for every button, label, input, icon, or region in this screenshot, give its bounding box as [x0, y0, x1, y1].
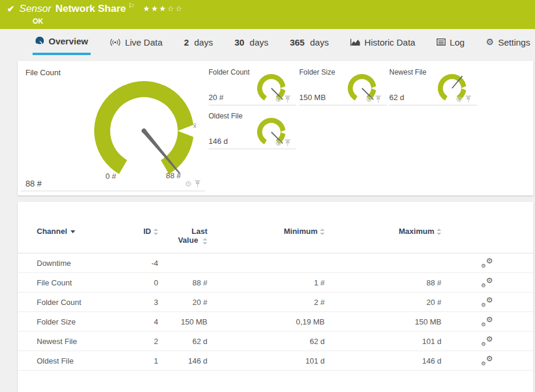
- pin-icon[interactable]: [194, 180, 201, 188]
- status-check-icon: ✔: [7, 4, 15, 14]
- object-kind-label: Sensor: [20, 3, 52, 15]
- column-header-channel[interactable]: Channel: [37, 227, 140, 253]
- sort-desc-icon: [71, 230, 75, 233]
- gauge-title: Folder Size: [299, 68, 335, 76]
- column-header-minimum[interactable]: Minimum: [207, 227, 325, 253]
- minimum-value: 2 #: [207, 298, 325, 307]
- gauge-title: Newest File: [389, 68, 427, 76]
- gauge-actions: ⚙: [366, 95, 382, 103]
- channel-settings-icon[interactable]: ⚙⚙: [482, 317, 493, 326]
- pin-icon[interactable]: [284, 139, 291, 147]
- pin-icon[interactable]: [465, 95, 472, 103]
- maximum-value: 88 #: [325, 278, 441, 287]
- stars-filled[interactable]: ★★★: [143, 4, 167, 13]
- primary-gauge-actions: ⚙: [185, 180, 201, 188]
- page-title: Network Share: [55, 3, 126, 15]
- channel-id: 0: [140, 278, 158, 287]
- average-marker: x̄: [193, 122, 197, 129]
- gauge-cell-folder-size: Folder Size 150 MB ⚙: [299, 65, 387, 105]
- live-data-icon: [110, 38, 121, 46]
- table-row-oldest-file: Oldest File 1 146 d 101 d 146 d ⚙⚙: [18, 351, 533, 371]
- status-badge: OK: [33, 17, 43, 25]
- primary-gauge-max-label: 88 #: [166, 171, 181, 180]
- tab-label: days: [194, 37, 213, 47]
- channel-settings-icon[interactable]: ⚙⚙: [482, 278, 493, 287]
- pin-icon[interactable]: [284, 95, 291, 103]
- minimum-value: 0,19 MB: [207, 317, 325, 326]
- gauge-actions: ⚙: [275, 95, 291, 103]
- tab-bar: Overview Live Data 2 days 30 days 365 da…: [33, 29, 535, 59]
- sort-icon: [437, 229, 441, 235]
- channel-name[interactable]: Newest File: [37, 337, 140, 346]
- gauge-cell-newest-file: Newest File 62 d ⚙: [389, 65, 477, 105]
- last-value: 146 d: [158, 356, 207, 365]
- channel-id: 1: [140, 356, 158, 365]
- last-value: 150 MB: [158, 317, 207, 326]
- cell-divider: [21, 191, 206, 191]
- channel-table-panel: Channel ID Last Value Minimum Maximum Do…: [18, 202, 533, 392]
- channel-settings-icon[interactable]: ⚙⚙: [482, 356, 493, 365]
- tab-365-days[interactable]: 365 days: [287, 29, 331, 55]
- table-row-downtime: Downtime -4 ⚙⚙: [18, 253, 533, 273]
- tab-overview[interactable]: Overview: [33, 29, 91, 55]
- channel-settings-icon[interactable]: ⚙⚙: [482, 336, 493, 346]
- maximum-value: 101 d: [325, 337, 441, 346]
- sort-icon: [203, 238, 207, 245]
- flag-icon[interactable]: ⚐: [129, 2, 135, 10]
- gear-icon[interactable]: ⚙: [275, 95, 282, 103]
- channel-id: 2: [140, 337, 158, 346]
- last-value: 88 #: [158, 278, 207, 287]
- tab-log[interactable]: Log: [434, 29, 467, 55]
- log-icon: [437, 38, 446, 46]
- stars-empty[interactable]: ☆☆: [167, 4, 183, 13]
- tab-2-days[interactable]: 2 days: [181, 29, 215, 55]
- tab-live-data[interactable]: Live Data: [107, 29, 165, 55]
- pin-icon[interactable]: [375, 95, 382, 103]
- channel-settings-icon[interactable]: ⚙⚙: [482, 258, 493, 268]
- tab-label: Historic Data: [364, 37, 415, 47]
- primary-gauge[interactable]: [83, 72, 207, 185]
- tab-historic-data[interactable]: Historic Data: [348, 29, 418, 55]
- maximum-value: 20 #: [325, 298, 441, 307]
- channel-name[interactable]: Folder Size: [37, 317, 140, 326]
- last-value: 62 d: [158, 337, 207, 346]
- minimum-value: 1 #: [207, 278, 325, 287]
- channel-name[interactable]: Oldest File: [37, 356, 140, 365]
- tab-30-days[interactable]: 30 days: [232, 29, 271, 55]
- tab-number: 30: [235, 37, 245, 47]
- channel-name[interactable]: File Count: [37, 278, 140, 287]
- sort-icon: [320, 229, 325, 235]
- tab-label: days: [249, 37, 268, 47]
- gear-icon[interactable]: ⚙: [366, 95, 373, 103]
- gear-icon[interactable]: ⚙: [456, 95, 463, 103]
- maximum-value: 146 d: [325, 356, 441, 365]
- sort-icon: [153, 229, 158, 235]
- gauges-panel: File Count x̄ 0 # 88 # 88 # ⚙ Folder Cou…: [18, 61, 533, 195]
- column-header-last-value[interactable]: Last Value: [158, 227, 207, 253]
- channel-name[interactable]: Folder Count: [37, 298, 140, 307]
- priority-stars[interactable]: ★★★☆☆: [143, 4, 183, 13]
- gear-icon[interactable]: ⚙: [185, 180, 192, 188]
- table-row-folder-count: Folder Count 3 20 # 2 # 20 # ⚙⚙: [18, 293, 533, 312]
- gauge-value: 146 d: [209, 137, 228, 146]
- tab-label: Overview: [49, 36, 88, 46]
- tab-label: Settings: [498, 37, 530, 47]
- table-row-folder-size: Folder Size 4 150 MB 0,19 MB 150 MB ⚙⚙: [18, 312, 533, 332]
- gauge-actions: ⚙: [456, 95, 472, 103]
- tab-number: 365: [290, 37, 305, 47]
- table-row-file-count: File Count 0 88 # 1 # 88 # ⚙⚙: [18, 273, 533, 293]
- tab-settings[interactable]: ⚙ Settings: [483, 29, 533, 55]
- gauge-title: Oldest File: [209, 112, 242, 120]
- gear-icon: ⚙: [486, 37, 494, 47]
- channel-id: -4: [140, 259, 158, 268]
- column-header-maximum[interactable]: Maximum: [325, 227, 441, 253]
- tab-label: Live Data: [125, 37, 162, 47]
- gear-icon[interactable]: ⚙: [275, 139, 282, 147]
- minimum-value: 62 d: [207, 337, 325, 346]
- column-header-id[interactable]: ID: [140, 227, 158, 253]
- primary-gauge-value: 88 #: [25, 179, 41, 188]
- channel-name[interactable]: Downtime: [37, 259, 140, 268]
- gauge-title: Folder Count: [209, 68, 249, 76]
- channel-settings-icon[interactable]: ⚙⚙: [482, 297, 493, 307]
- tab-label: days: [310, 37, 329, 47]
